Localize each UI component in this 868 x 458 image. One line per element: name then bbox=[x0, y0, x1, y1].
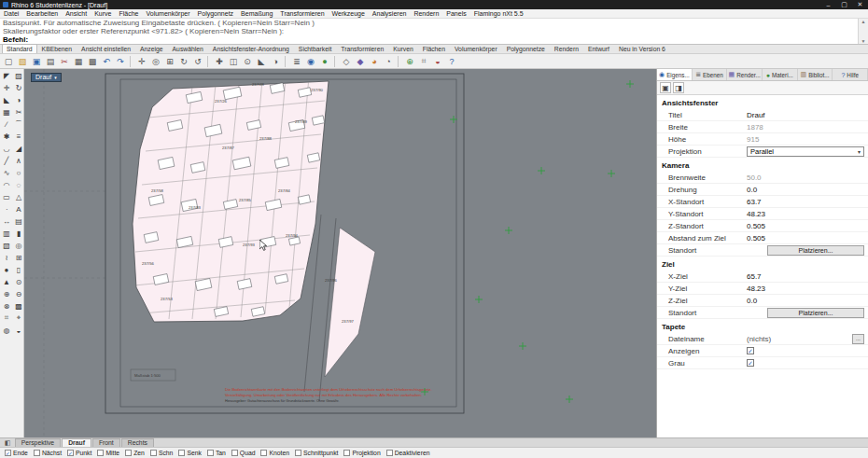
osnap-tool-icon[interactable]: ⌖ bbox=[13, 312, 24, 324]
osnap-knoten[interactable]: Knoten bbox=[260, 450, 289, 456]
viewport-tab-front[interactable]: Front bbox=[92, 438, 120, 447]
toolbar-tab-volumenk-rper[interactable]: Volumenkörper bbox=[450, 44, 502, 53]
panel-tab-properties[interactable]: ◉Eigens... bbox=[657, 69, 693, 80]
pipe-tool-icon[interactable]: ⊙ bbox=[13, 276, 24, 287]
toolbar-tab-kurven[interactable]: Kurven bbox=[388, 44, 418, 53]
cage-tool-icon[interactable]: ▩ bbox=[13, 300, 24, 312]
text-tool-icon[interactable]: A bbox=[13, 203, 24, 215]
anzeigen-checkbox[interactable]: ✓ bbox=[747, 347, 754, 354]
move-tool-icon[interactable]: ✛ bbox=[1, 82, 12, 93]
mirror-tool-icon[interactable]: ◑ bbox=[13, 94, 24, 105]
material-icon[interactable]: ● bbox=[318, 55, 331, 68]
move-icon[interactable]: ✚ bbox=[213, 55, 226, 68]
platzieren-button[interactable]: Platzieren... bbox=[767, 245, 864, 256]
property-value[interactable]: 0.505 bbox=[747, 234, 868, 243]
layers-icon[interactable]: ≣ bbox=[290, 55, 303, 68]
array-tool-icon[interactable]: ▦ bbox=[1, 106, 12, 118]
rotate-icon[interactable]: ⊙ bbox=[241, 55, 254, 68]
toolbar-tab-kbebenen[interactable]: KBEbenen bbox=[37, 44, 77, 53]
rendered-icon[interactable]: ◕ bbox=[368, 55, 381, 68]
cylinder-tool-icon[interactable]: ▯ bbox=[13, 264, 24, 275]
rotate-tool-icon[interactable]: ↻ bbox=[13, 82, 24, 93]
viewport-properties-icon[interactable]: ▣ bbox=[660, 82, 671, 93]
toolbar-tab-sichtbarkeit[interactable]: Sichtbarkeit bbox=[294, 44, 337, 53]
pan-icon[interactable]: ✛ bbox=[135, 55, 148, 68]
scroll-up-icon[interactable]: ▲ bbox=[861, 19, 866, 24]
lasso-tool-icon[interactable]: ▨ bbox=[13, 70, 24, 81]
viewport-layout-icon[interactable]: ◧ bbox=[2, 439, 14, 447]
toolbar-tab-rendern[interactable]: Rendern bbox=[550, 44, 583, 53]
curve-tool-icon[interactable]: ∿ bbox=[1, 167, 12, 178]
menu-analysieren[interactable]: Analysieren bbox=[369, 10, 411, 17]
osnap-checkbox[interactable] bbox=[34, 450, 40, 456]
toolbar-tab-fl-chen[interactable]: Flächen bbox=[418, 44, 450, 53]
undo-icon[interactable]: ↶ bbox=[100, 55, 113, 68]
sweep-tool-icon[interactable]: ≀ bbox=[1, 252, 12, 263]
menu-transformieren[interactable]: Transformieren bbox=[276, 10, 328, 17]
osnap-checkbox[interactable] bbox=[231, 450, 238, 456]
toolbar-tab-ansichtsfenster-anordnung[interactable]: Ansichtsfenster-Anordnung bbox=[208, 44, 294, 53]
osnap-schnittpunkt[interactable]: Schnittpunkt bbox=[295, 450, 338, 456]
paste-icon[interactable]: ▩ bbox=[86, 55, 99, 68]
panel-tab-help[interactable]: ?Hilfe bbox=[833, 69, 868, 80]
rectangle-tool-icon[interactable]: ▭ bbox=[1, 191, 12, 202]
properties-icon[interactable]: ◉ bbox=[304, 55, 317, 68]
rotate-view-icon[interactable]: ↻ bbox=[177, 55, 190, 68]
osnap-zen[interactable]: Zen bbox=[125, 450, 145, 456]
menu-kurve[interactable]: Kurve bbox=[91, 10, 115, 17]
osnap-n-chst[interactable]: Nächst bbox=[34, 450, 62, 456]
explode-tool-icon[interactable]: ✱ bbox=[1, 131, 12, 142]
print-icon[interactable]: ▤ bbox=[44, 55, 57, 68]
command-scrollbar[interactable]: ▲ ▼ bbox=[858, 19, 868, 44]
osnap-checkbox[interactable] bbox=[178, 450, 185, 456]
render-tool-icon[interactable]: ◒ bbox=[13, 325, 24, 336]
split-tool-icon[interactable]: ∕ bbox=[1, 118, 12, 130]
property-value[interactable]: 0.0 bbox=[747, 186, 868, 194]
loft-tool-icon[interactable]: ▧ bbox=[1, 240, 12, 251]
viewport-tab-perspektive[interactable]: Perspektive bbox=[15, 438, 62, 447]
osnap-checkbox[interactable] bbox=[343, 450, 350, 456]
redo-icon[interactable]: ↷ bbox=[114, 55, 127, 68]
command-input[interactable] bbox=[28, 35, 868, 44]
point-tool-icon[interactable]: ∙ bbox=[1, 203, 12, 215]
chamfer-tool-icon[interactable]: ◢ bbox=[13, 143, 24, 154]
viewport-tab-rechts[interactable]: Rechts bbox=[121, 438, 154, 447]
menu-datei[interactable]: Datei bbox=[0, 10, 22, 17]
object-properties-icon[interactable]: ◨ bbox=[673, 82, 684, 93]
osnap-ende[interactable]: ✓Ende bbox=[5, 450, 28, 456]
menu-flamingo-nxt-5-5[interactable]: Flamingo nXt 5.5 bbox=[470, 10, 527, 17]
property-value[interactable]: 0.0 bbox=[747, 297, 868, 305]
toolbar-tab-standard[interactable]: Standard bbox=[2, 44, 37, 53]
trim-tool-icon[interactable]: ✂ bbox=[13, 106, 24, 118]
save-icon[interactable]: ▣ bbox=[30, 55, 43, 68]
menu-bearbeiten[interactable]: Bearbeiten bbox=[22, 10, 62, 17]
copy-object-icon[interactable]: ◫ bbox=[227, 55, 240, 68]
property-value[interactable]: Drauf bbox=[747, 111, 868, 119]
record-history-icon[interactable]: ◒ bbox=[431, 55, 444, 68]
arc-tool-icon[interactable]: ◠ bbox=[1, 179, 12, 190]
extrude-tool-icon[interactable]: ▮ bbox=[13, 228, 24, 239]
polyline-tool-icon[interactable]: ∧ bbox=[13, 155, 24, 166]
join-tool-icon[interactable]: ⌒ bbox=[13, 118, 24, 130]
menu-ansicht[interactable]: Ansicht bbox=[62, 10, 91, 17]
fillet-tool-icon[interactable]: ◡ bbox=[1, 143, 12, 154]
property-value[interactable]: 65.7 bbox=[747, 272, 868, 281]
osnap-senk[interactable]: Senk bbox=[178, 450, 202, 456]
toolbar-tab-anzeige[interactable]: Anzeige bbox=[135, 44, 168, 53]
toolbar-tab-entwurf[interactable]: Entwurf bbox=[583, 44, 614, 53]
osnap-deaktivieren[interactable]: Deaktivieren bbox=[386, 450, 430, 456]
zoom-extents-icon[interactable]: ◎ bbox=[149, 55, 162, 68]
osnap-checkbox[interactable]: ✓ bbox=[5, 450, 11, 456]
surface-corner-tool-icon[interactable]: ▥ bbox=[1, 228, 12, 239]
menu-bema-ung[interactable]: Bemaßung bbox=[237, 10, 276, 17]
osnap-checkbox[interactable] bbox=[150, 450, 157, 456]
property-value[interactable]: 63.7 bbox=[747, 198, 868, 206]
toolbar-tab-transformieren[interactable]: Transformieren bbox=[336, 44, 388, 53]
ellipse-tool-icon[interactable]: ◌ bbox=[13, 179, 24, 190]
viewport-drauf[interactable]: Drauf ▾ 237/28237/90237/26237/89237/8823… bbox=[24, 69, 656, 437]
surface-tool-icon[interactable]: ▤ bbox=[13, 215, 24, 227]
close-button[interactable]: ✕ bbox=[852, 0, 868, 9]
minimize-button[interactable]: – bbox=[820, 0, 836, 9]
grau-checkbox[interactable]: ✓ bbox=[747, 359, 754, 367]
viewport-title-label[interactable]: Drauf ▾ bbox=[31, 73, 62, 82]
